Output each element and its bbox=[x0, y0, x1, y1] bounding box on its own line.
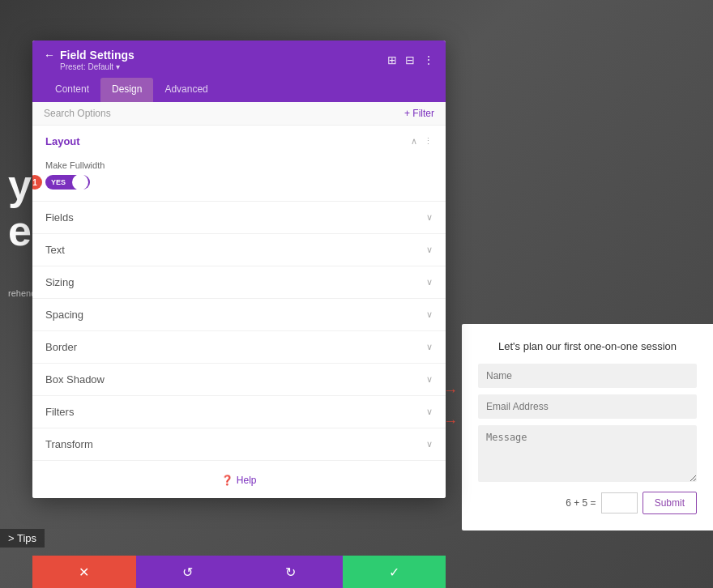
panel-header-left: ← Field Settings Preset: Default ▾ bbox=[44, 49, 134, 71]
fullwidth-toggle[interactable]: YES bbox=[45, 175, 90, 190]
submit-button[interactable]: Submit bbox=[643, 492, 697, 514]
chevron-spacing: ∨ bbox=[426, 309, 433, 320]
chevron-sizing: ∨ bbox=[426, 277, 433, 288]
section-box-shadow[interactable]: Box Shadow ∨ bbox=[32, 364, 446, 396]
panel-preset[interactable]: Preset: Default ▾ bbox=[60, 62, 134, 71]
contact-form-panel: Let's plan our first one-on-one session … bbox=[462, 324, 713, 530]
chevron-text: ∨ bbox=[426, 245, 433, 255]
layout-content: Make Fullwidth 1 YES bbox=[32, 157, 446, 201]
fullwidth-label: Make Fullwidth bbox=[45, 160, 433, 170]
section-fields[interactable]: Fields ∨ bbox=[32, 202, 446, 234]
section-label-box-shadow: Box Shadow bbox=[45, 373, 105, 386]
name-input[interactable] bbox=[478, 364, 697, 388]
layout-collapse-icon[interactable]: ∧ bbox=[411, 136, 417, 147]
chevron-box-shadow: ∨ bbox=[426, 374, 433, 385]
filter-button[interactable]: + Filter bbox=[404, 108, 434, 119]
section-label-spacing: Spacing bbox=[45, 309, 83, 321]
badge-1: 1 bbox=[32, 175, 42, 190]
toggle-container: 1 YES bbox=[45, 175, 433, 190]
section-sizing[interactable]: Sizing ∨ bbox=[32, 266, 446, 299]
form-title: Let's plan our first one-on-one session bbox=[478, 340, 697, 352]
section-label-filters: Filters bbox=[45, 406, 74, 418]
section-spacing[interactable]: Spacing ∨ bbox=[32, 299, 446, 331]
tab-design[interactable]: Design bbox=[100, 78, 153, 102]
section-label-border: Border bbox=[45, 341, 77, 353]
layout-title: Layout bbox=[45, 135, 80, 147]
section-label-text: Text bbox=[45, 244, 65, 256]
panel-header-icons: ⊞ ⊟ ⋮ bbox=[387, 53, 434, 66]
layout-section: Layout ∧ ⋮ Make Fullwidth 1 YES bbox=[32, 126, 446, 202]
save-button[interactable]: ✓ bbox=[343, 556, 446, 588]
search-bar: Search Options + Filter bbox=[32, 102, 446, 126]
toggle-knob bbox=[72, 174, 88, 190]
section-filters[interactable]: Filters ∨ bbox=[32, 396, 446, 428]
email-input[interactable] bbox=[478, 394, 697, 419]
expand-icon[interactable]: ⊞ bbox=[387, 53, 397, 66]
tab-content[interactable]: Content bbox=[44, 78, 100, 102]
more-icon[interactable]: ⋮ bbox=[423, 53, 434, 66]
captcha-input[interactable] bbox=[601, 492, 638, 513]
panel-content: Layout ∧ ⋮ Make Fullwidth 1 YES Fiel bbox=[32, 126, 446, 498]
redo-button[interactable]: ↻ bbox=[239, 556, 343, 588]
section-label-fields: Fields bbox=[45, 211, 74, 224]
chevron-fields: ∨ bbox=[426, 212, 433, 223]
chevron-transform: ∨ bbox=[426, 439, 433, 450]
panel-title: Field Settings bbox=[60, 49, 134, 62]
back-icon[interactable]: ← bbox=[44, 49, 55, 62]
message-input[interactable] bbox=[478, 425, 697, 482]
cancel-button[interactable]: ✕ bbox=[32, 556, 136, 588]
field-settings-panel: ← Field Settings Preset: Default ▾ ⊞ ⊟ ⋮… bbox=[32, 40, 446, 498]
toggle-yes-label: YES bbox=[47, 177, 70, 188]
layout-icons: ∧ ⋮ bbox=[411, 136, 433, 147]
captcha-row: 6 + 5 = Submit bbox=[478, 492, 697, 514]
chevron-filters: ∨ bbox=[426, 407, 433, 417]
undo-button[interactable]: ↺ bbox=[136, 556, 240, 588]
layout-header[interactable]: Layout ∧ ⋮ bbox=[32, 126, 446, 157]
section-label-sizing: Sizing bbox=[45, 276, 74, 288]
section-label-transform: Transform bbox=[45, 438, 93, 450]
chevron-border: ∨ bbox=[426, 342, 433, 352]
help-link[interactable]: ❓ Help bbox=[221, 475, 256, 486]
search-placeholder[interactable]: Search Options bbox=[44, 108, 111, 119]
bottom-toolbar: ✕ ↺ ↻ ✓ bbox=[32, 556, 446, 588]
layout-more-icon[interactable]: ⋮ bbox=[424, 136, 433, 147]
bg-tips[interactable]: > Tips bbox=[0, 529, 45, 548]
section-transform[interactable]: Transform ∨ bbox=[32, 428, 446, 461]
captcha-label: 6 + 5 = bbox=[566, 497, 596, 509]
panel-title-row: ← Field Settings bbox=[44, 49, 134, 62]
section-text[interactable]: Text ∨ bbox=[32, 234, 446, 266]
help-row: ❓ Help bbox=[32, 461, 446, 498]
panel-header: ← Field Settings Preset: Default ▾ ⊞ ⊟ ⋮ bbox=[32, 40, 446, 78]
split-icon[interactable]: ⊟ bbox=[405, 53, 415, 66]
tab-advanced[interactable]: Advanced bbox=[153, 78, 219, 102]
section-border[interactable]: Border ∨ bbox=[32, 331, 446, 364]
tabs-row: Content Design Advanced bbox=[32, 78, 446, 102]
